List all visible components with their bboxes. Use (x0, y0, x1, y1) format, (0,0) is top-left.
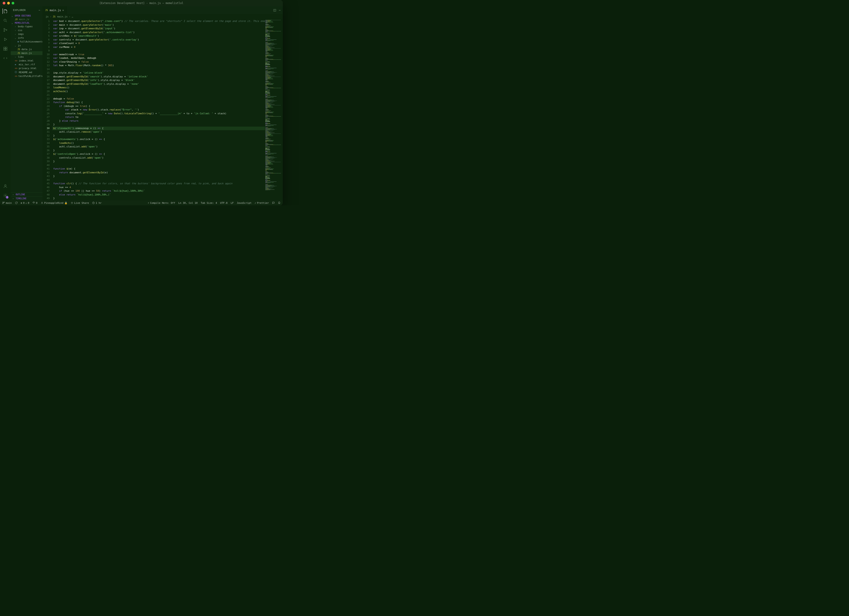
code-line[interactable]: return document.getElementById(e) (52, 171, 265, 175)
problems-indicator[interactable]: ⊗0 ⚠0 (21, 201, 30, 204)
minimize-window-button[interactable] (7, 2, 10, 4)
code-line[interactable] (52, 178, 265, 182)
code-line[interactable]: var achl = document.querySelector('.achi… (52, 31, 265, 34)
feedback-icon[interactable] (272, 201, 275, 204)
code-line[interactable] (52, 67, 265, 72)
encoding-button[interactable]: UTF-8 (220, 201, 228, 204)
code-line[interactable] (52, 164, 265, 167)
tree-item[interactable]: ❄fullAchievementsLi… (11, 40, 42, 43)
sync-button[interactable] (15, 201, 18, 204)
tree-item[interactable]: ⓘREADME.md (11, 70, 42, 74)
remote-icon[interactable] (3, 55, 8, 61)
code-line[interactable]: var memeStreak = true (52, 53, 265, 57)
notifications-icon[interactable] (278, 201, 280, 204)
code-line[interactable]: function debug(to) { (52, 101, 265, 104)
tab-size-button[interactable]: Tab Size: 4 (201, 201, 217, 204)
sidebar-more-icon[interactable]: ⋯ (39, 9, 40, 12)
project-section[interactable]: ⌄ MEMELISTLOL (11, 21, 42, 25)
code-line[interactable]: document.getElementById('info').style.di… (52, 79, 265, 82)
code-line[interactable]: let clearShowing = false (52, 60, 265, 64)
tree-item[interactable]: ⌄info (11, 36, 42, 40)
code-line[interactable]: achl.classList.add('open') (52, 145, 265, 149)
tree-item[interactable]: ›body-types (11, 25, 42, 28)
time-indicator[interactable]: 1 hr (92, 201, 102, 204)
code-line[interactable]: $('controlsOpen').onclick = () => { (52, 152, 265, 156)
tree-item[interactable]: <>privacy.html (11, 66, 42, 70)
outline-section[interactable]: › OUTLINE (11, 192, 42, 196)
code-line[interactable]: loadMemes() (52, 86, 265, 90)
code-line[interactable]: var cloneCount = 0 (52, 42, 265, 45)
code-line[interactable]: console.log('____________' + new Date().… (52, 112, 265, 116)
account-icon[interactable] (3, 183, 8, 189)
tree-item[interactable]: ›imgs (11, 32, 42, 36)
code-line[interactable]: hue += 4 (52, 186, 265, 189)
timeline-section[interactable]: › TIMELINE (11, 196, 42, 200)
compile-hero-button[interactable]: ⚡Compile Hero: Off (148, 201, 175, 204)
breadcrumb-segment[interactable]: main.js (57, 15, 67, 18)
code-line[interactable]: $('closeachl').onmouseup = () => { (52, 127, 265, 130)
debug-icon[interactable] (3, 37, 8, 42)
code-line[interactable]: achCheck() (52, 90, 265, 94)
code-line[interactable]: let hue = Math.floor(Math.random() * 365… (52, 64, 265, 67)
code-line[interactable]: return to (52, 115, 265, 119)
prettier-button[interactable]: ✓Prettier (255, 201, 269, 204)
code-line[interactable]: } (52, 175, 265, 178)
tree-item[interactable]: ›css (11, 28, 42, 32)
cursor-position[interactable]: Ln 30, Col 10 (179, 201, 198, 204)
code-line[interactable]: } (52, 160, 265, 164)
branch-indicator[interactable]: main (2, 201, 12, 204)
code-line[interactable]: debugb = false (52, 97, 265, 101)
search-icon[interactable] (3, 18, 8, 23)
code-line[interactable] (52, 49, 265, 53)
code-line[interactable]: } else return (52, 119, 265, 123)
tree-item[interactable]: JSdata.js (11, 48, 42, 51)
code-line[interactable]: var loaded, modalOpen, debugb (52, 57, 265, 60)
open-editor-item[interactable]: JS main.js (11, 18, 42, 21)
code-line[interactable]: var curMeme = 0 (52, 45, 265, 49)
code-line[interactable]: if (debugb == true) { (52, 104, 265, 108)
code-line[interactable]: } (52, 134, 265, 138)
code-line[interactable]: if (hue <= 100 || hue >= 50) return `hsl… (52, 189, 265, 193)
breadcrumb[interactable]: js › JS main.js › … (42, 14, 283, 19)
code-line[interactable]: inp.style.display = 'inline-block' (52, 71, 265, 75)
code-line[interactable]: var main = document.querySelector('main'… (52, 23, 265, 27)
code-line[interactable]: var stack = new Error().stack.replace("E… (52, 108, 265, 112)
ports-indicator[interactable]: 0 (33, 201, 37, 204)
tree-item[interactable]: ›libs (11, 55, 42, 59)
code-line[interactable]: } (52, 123, 265, 127)
code-line[interactable] (52, 93, 265, 97)
tab-main-js[interactable]: JS main.js × (42, 6, 67, 14)
extensions-icon[interactable] (3, 46, 8, 51)
code-line[interactable]: } (52, 197, 265, 200)
maximize-window-button[interactable] (12, 2, 14, 4)
code-line[interactable]: loadAchs() (52, 142, 265, 145)
code-line[interactable]: } (52, 149, 265, 152)
close-window-button[interactable] (3, 2, 5, 4)
settings-icon[interactable]: 1 (3, 193, 8, 198)
code-line[interactable]: function clr() { // The function for col… (52, 182, 265, 186)
open-editors-section[interactable]: ⌄ OPEN EDITORS (11, 14, 42, 18)
tree-item[interactable]: ⌄js (11, 43, 42, 48)
source-control-icon[interactable] (3, 27, 8, 33)
close-icon[interactable]: × (63, 9, 64, 12)
tree-item[interactable]: <>index.html (11, 59, 42, 63)
more-actions-icon[interactable]: ⋯ (279, 9, 280, 12)
tree-item[interactable]: JSmain.js (11, 51, 42, 55)
code-line[interactable]: function $(e) { (52, 167, 265, 171)
code-content[interactable]: var bod = document.querySelector(".items… (52, 19, 265, 200)
user-indicator[interactable]: PineappleRind 🔒 (41, 201, 67, 204)
explorer-icon[interactable] (3, 9, 8, 14)
liveshare-button[interactable]: Live Share (71, 201, 89, 204)
breadcrumb-segment[interactable]: js (46, 15, 49, 18)
code-line[interactable]: document.getElementById('loadText').styl… (52, 82, 265, 86)
code-line[interactable]: var controls = document.querySelector('.… (52, 38, 265, 42)
code-line[interactable]: controls.classList.add('open') (52, 156, 265, 160)
code-line[interactable]: else return `hsl(${hue},100%,50%,)` (52, 193, 265, 197)
code-line[interactable]: var bod = document.querySelector(".items… (52, 19, 265, 23)
code-line[interactable]: achl.classList.remove('open') (52, 130, 265, 134)
code-line[interactable]: document.getElementById('search').style.… (52, 75, 265, 79)
eol-button[interactable]: LF (231, 201, 234, 204)
tree-item[interactable]: <>testPutALittleFreshA… (11, 74, 42, 78)
tree-item[interactable]: ≡mis_ter.rtf (11, 63, 42, 66)
split-editor-icon[interactable] (273, 9, 276, 12)
